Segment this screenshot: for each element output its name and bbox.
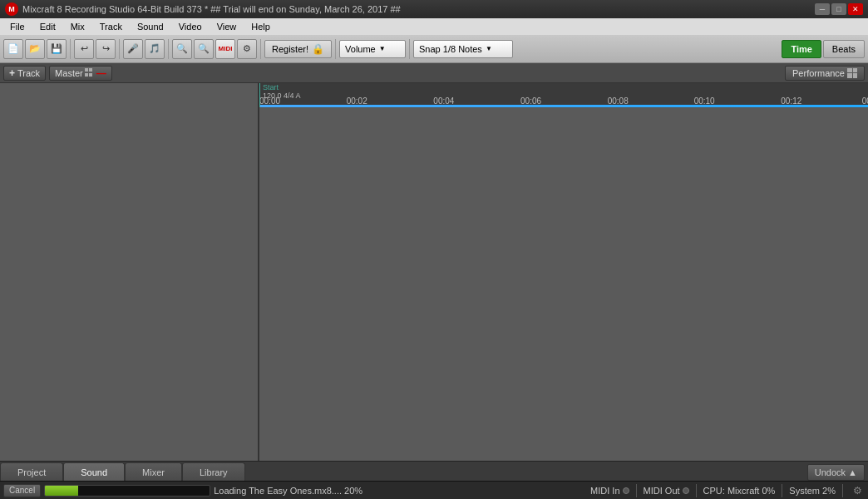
toolbar: 📄 📂 💾 ↩ ↪ 🎤 🎵 🔍 🔍 MIDI ⚙ Register! 🔒 Vol…: [0, 35, 868, 63]
app-icon: M: [5, 2, 18, 16]
volume-label: Volume: [345, 44, 376, 54]
time-button[interactable]: Time: [782, 40, 821, 58]
ruler-marks: 00:00 00:02 00:04 00:06 00:08 00:10 00:1…: [259, 83, 868, 107]
snap-arrow: ▼: [486, 45, 492, 52]
midi-out-label: MIDI Out: [644, 486, 680, 496]
menu-edit[interactable]: Edit: [33, 21, 62, 32]
undock-arrow: ▲: [848, 467, 857, 477]
open-button[interactable]: 📂: [25, 39, 45, 59]
empty-track-area: [259, 108, 868, 461]
menu-file[interactable]: File: [3, 21, 32, 32]
track-list: [0, 83, 259, 461]
menu-track[interactable]: Track: [93, 21, 129, 32]
midi-in-label: MIDI In: [590, 486, 619, 496]
start-marker: Start 120.0 4/4 A: [259, 83, 301, 100]
master-x-icon: —: [96, 67, 106, 79]
new-button[interactable]: 📄: [3, 39, 23, 59]
plus-icon: +: [9, 67, 15, 79]
system-label: System 2%: [789, 486, 836, 496]
add-track-label: Track: [17, 68, 40, 78]
status-sep-1: [636, 484, 637, 497]
volume-arrow: ▼: [379, 45, 386, 52]
status-sep-4: [842, 484, 843, 497]
progress-bar-container: [44, 485, 210, 497]
register-label: Register!: [272, 44, 308, 54]
toolbar-separator-2: [119, 39, 120, 59]
volume-dropdown[interactable]: Volume ▼: [339, 40, 406, 58]
master-label: Master: [55, 68, 83, 78]
register-button[interactable]: Register! 🔒: [264, 40, 332, 58]
start-marker-label: Start: [263, 83, 279, 91]
menu-view[interactable]: View: [210, 21, 244, 32]
beats-button[interactable]: Beats: [823, 40, 865, 58]
toolbar-separator-6: [409, 39, 410, 59]
metronome-button[interactable]: 🎵: [145, 39, 165, 59]
record-input-button[interactable]: 🎤: [123, 39, 143, 59]
midi-button[interactable]: MIDI: [215, 39, 235, 59]
menu-mix[interactable]: Mix: [64, 21, 91, 32]
minimize-button[interactable]: ─: [815, 3, 830, 15]
timeline-area: Start 120.0 4/4 A 00:00 00:02 00:04 00:0…: [259, 83, 868, 461]
undock-label: Undock: [815, 467, 846, 477]
grid-icon: [85, 68, 95, 78]
bottom-tabs: Project Sound Mixer Library Undock ▲: [0, 461, 868, 481]
undo-button[interactable]: ↩: [74, 39, 94, 59]
menu-bar: File Edit Mix Track Sound Video View Hel…: [0, 18, 868, 35]
save-button[interactable]: 💾: [47, 39, 67, 59]
settings-button[interactable]: ⚙: [237, 39, 257, 59]
loading-text: Loading The Easy Ones.mx8.... 20%: [214, 486, 362, 496]
search-button[interactable]: 🔍: [172, 39, 192, 59]
toolbar-separator-5: [335, 39, 336, 59]
midi-out-indicator: MIDI Out: [644, 486, 689, 496]
progress-bar-fill: [45, 486, 78, 496]
master-button[interactable]: Master —: [49, 66, 112, 81]
performance-button[interactable]: Performance: [785, 66, 865, 81]
toolbar-separator-4: [260, 39, 261, 59]
maximize-button[interactable]: □: [831, 3, 846, 15]
undock-button[interactable]: Undock ▲: [807, 464, 865, 481]
tab-sound[interactable]: Sound: [63, 462, 125, 481]
snap-label: Snap 1/8 Notes: [419, 44, 482, 54]
add-track-button[interactable]: + Track: [3, 66, 46, 81]
track-header-bar: + Track Master — Performance: [0, 63, 868, 83]
performance-grid-icon: [847, 68, 857, 78]
cancel-button[interactable]: Cancel: [3, 484, 41, 497]
redo-button[interactable]: ↪: [96, 39, 116, 59]
menu-video[interactable]: Video: [172, 21, 209, 32]
cpu-label: CPU: Mixcraft 0%: [703, 486, 776, 496]
menu-help[interactable]: Help: [244, 21, 277, 32]
menu-sound[interactable]: Sound: [131, 21, 170, 32]
toolbar-separator-3: [168, 39, 169, 59]
window-controls: ─ □ ✕: [815, 3, 863, 15]
midi-in-indicator: MIDI In: [590, 486, 629, 496]
performance-label: Performance: [792, 68, 845, 78]
lock-icon: 🔒: [312, 43, 324, 55]
title-bar: M Mixcraft 8 Recording Studio 64-Bit Bui…: [0, 0, 868, 18]
status-bar: Cancel Loading The Easy Ones.mx8.... 20%…: [0, 481, 868, 499]
toolbar-separator-1: [70, 39, 71, 59]
close-button[interactable]: ✕: [848, 3, 863, 15]
midi-in-dot: [623, 487, 629, 494]
window-title: Mixcraft 8 Recording Studio 64-Bit Build…: [22, 4, 815, 14]
tab-library[interactable]: Library: [182, 462, 245, 481]
status-sep-3: [782, 484, 782, 497]
timeline-highlight: [259, 105, 868, 107]
status-gear-button[interactable]: ⚙: [850, 483, 865, 498]
search2-button[interactable]: 🔍: [194, 39, 214, 59]
timeline-ruler: Start 120.0 4/4 A 00:00 00:02 00:04 00:0…: [259, 83, 868, 108]
snap-dropdown[interactable]: Snap 1/8 Notes ▼: [413, 40, 513, 58]
start-marker-info: 120.0 4/4 A: [263, 91, 301, 100]
midi-out-dot: [683, 487, 689, 494]
content-area: Start 120.0 4/4 A 00:00 00:02 00:04 00:0…: [0, 83, 868, 461]
tab-project[interactable]: Project: [0, 462, 63, 481]
tab-mixer[interactable]: Mixer: [125, 462, 182, 481]
status-sep-2: [696, 484, 697, 497]
